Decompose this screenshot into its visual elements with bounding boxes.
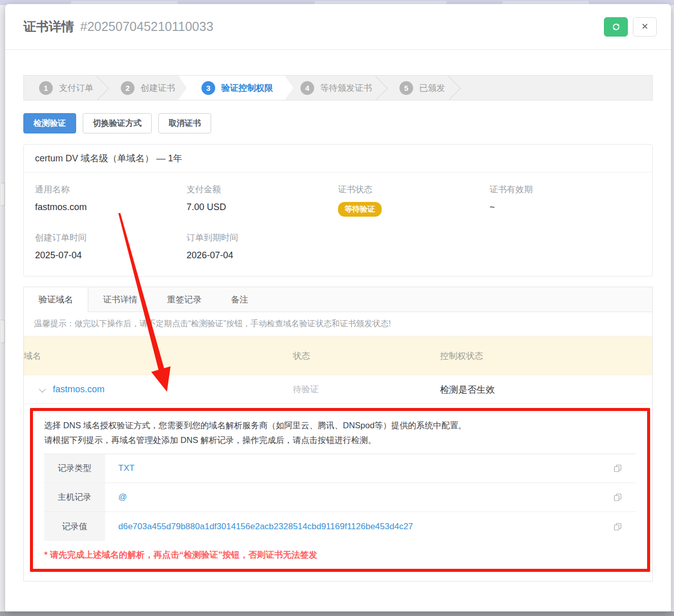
col-header-domain: 域名: [24, 336, 293, 375]
col-header-status: 状态: [293, 336, 440, 375]
field-value: 2025-07-04: [35, 250, 187, 261]
detail-tabs-box: 验证域名 证书详情 重签记录 备注 温馨提示：做完以下操作后，请不定期点击“检测…: [23, 287, 653, 581]
step-wizard: 1 支付订单 2 创建证书 3 验证控制权限 4 等待颁发证书 5 已颁发: [23, 75, 653, 100]
field-label: 订单到期时间: [187, 232, 339, 244]
record-row-host: 主机记录 @: [44, 483, 636, 512]
record-label: 记录值: [44, 512, 105, 541]
domain-table: 域名 状态 控制权状态 fastmos.com 待验证 检测是否生效: [24, 336, 652, 404]
refresh-button[interactable]: [604, 17, 628, 37]
domain-table-header: 域名 状态 控制权状态: [24, 336, 652, 375]
background-page-bottom: [0, 611, 674, 616]
record-row-value: 记录值 d6e703a455d79b880a1df3014156e2acb232…: [44, 512, 636, 541]
background-fragment: [1, 183, 5, 206]
tab-verify-domain[interactable]: 验证域名: [24, 287, 88, 312]
dns-verification-panel: 选择 DNS 域名授权验证方式，您需要到您的域名解析服务商（如阿里云、腾讯、DN…: [30, 408, 650, 572]
dns-warning-text: * 请先完成上述域名的解析，再点击“检测验证”按钮，否则证书无法签发: [44, 549, 636, 561]
tab-cert-detail[interactable]: 证书详情: [88, 287, 152, 312]
dns-record-table: 记录类型 TXT 主机记录 @: [44, 454, 636, 541]
field-pay-amount: 支付金额 7.00 USD: [187, 184, 339, 217]
record-value: d6e703a455d79b880a1df3014156e2acb2328514…: [105, 522, 413, 532]
step-number: 5: [399, 81, 413, 95]
chevron-down-icon[interactable]: [39, 385, 46, 392]
modal-header: 证书详情 #202507045210110033 ✕: [5, 4, 671, 50]
field-value: 7.00 USD: [187, 202, 339, 213]
order-number: #202507045210110033: [80, 19, 213, 34]
field-cert-validity: 证书有效期 ~: [490, 184, 642, 217]
background-page-left: [0, 5, 5, 611]
background-fragment: [1, 320, 5, 343]
copy-icon[interactable]: [614, 493, 622, 501]
field-label: 创建订单时间: [35, 232, 187, 244]
friendly-tip: 温馨提示：做完以下操作后，请不定期点击“检测验证”按钮，手动检查域名验证状态和证…: [24, 312, 652, 336]
dns-instruction-line2: 请根据下列提示，再域名管理处添加 DNS 解析记录，操作完成后，请点击按钮进行检…: [44, 433, 636, 448]
step-number: 4: [300, 81, 314, 95]
product-title: certum DV 域名级（单域名） — 1年: [24, 145, 652, 173]
cancel-cert-button[interactable]: 取消证书: [158, 113, 211, 133]
domain-status: 待验证: [293, 384, 440, 395]
tab-reissue-log[interactable]: 重签记录: [152, 287, 216, 312]
status-badge: 等待验证: [338, 202, 382, 217]
record-value: @: [105, 492, 127, 502]
order-info-card: certum DV 域名级（单域名） — 1年 通用名称 fastmos.com…: [23, 144, 653, 277]
field-common-name: 通用名称 fastmos.com: [35, 184, 187, 217]
step-label: 验证控制权限: [221, 82, 273, 94]
record-value: TXT: [105, 463, 134, 473]
field-order-expiry: 订单到期时间 2026-07-04: [187, 232, 339, 261]
close-button[interactable]: ✕: [633, 17, 657, 37]
field-label: 证书状态: [338, 184, 490, 195]
field-order-created: 创建订单时间 2025-07-04: [35, 232, 187, 261]
field-value: fastmos.com: [35, 202, 187, 213]
field-cert-status: 证书状态 等待验证: [338, 184, 490, 217]
field-value: 2026-07-04: [187, 250, 339, 261]
tab-remarks[interactable]: 备注: [216, 287, 263, 312]
step-number: 2: [121, 81, 134, 95]
table-row: fastmos.com 待验证 检测是否生效: [24, 375, 652, 404]
field-label: 证书有效期: [490, 184, 642, 195]
record-row-type: 记录类型 TXT: [44, 454, 636, 483]
copy-icon[interactable]: [614, 464, 622, 472]
close-icon: ✕: [641, 21, 648, 32]
copy-icon[interactable]: [614, 523, 622, 531]
record-label: 记录类型: [44, 454, 105, 483]
record-label: 主机记录: [44, 483, 105, 511]
certificate-detail-modal: 证书详情 #202507045210110033 ✕: [5, 4, 671, 611]
step-verify-control: 3 验证控制权限: [178, 76, 293, 100]
refresh-icon: [612, 22, 621, 31]
step-number: 1: [39, 81, 53, 95]
detect-verify-button[interactable]: 检测验证: [23, 113, 76, 133]
domain-control-status: 检测是否生效: [440, 384, 652, 396]
tab-bar: 验证域名 证书详情 重签记录 备注: [24, 287, 652, 312]
col-header-control: 控制权状态: [440, 336, 652, 375]
domain-link[interactable]: fastmos.com: [53, 384, 105, 395]
field-value: ~: [490, 202, 642, 213]
step-number: 3: [201, 81, 215, 95]
dns-instruction-line1: 选择 DNS 域名授权验证方式，您需要到您的域名解析服务商（如阿里云、腾讯、DN…: [44, 418, 636, 433]
page-title: 证书详情: [23, 18, 74, 35]
field-label: 支付金额: [187, 184, 339, 195]
field-label: 通用名称: [35, 184, 187, 195]
switch-verify-method-button[interactable]: 切换验证方式: [83, 113, 152, 133]
